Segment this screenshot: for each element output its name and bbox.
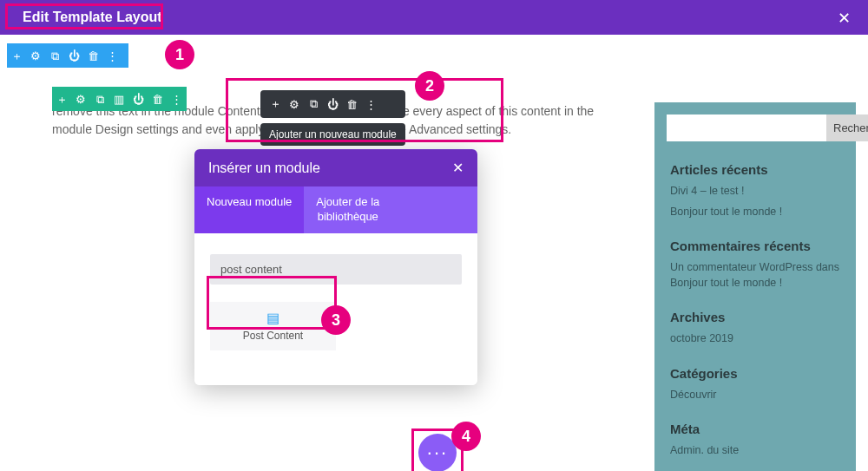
trash-icon[interactable]: 🗑 — [148, 87, 167, 111]
annotation-1-highlight — [5, 3, 163, 29]
sidebar-search: Rechercher — [654, 102, 856, 154]
power-icon[interactable]: ⏻ — [64, 43, 83, 68]
close-icon[interactable]: ✕ — [838, 9, 851, 28]
duplicate-icon[interactable]: ⧉ — [45, 43, 64, 68]
sidebar-link[interactable]: Un commentateur WordPress dans Bonjour t… — [670, 260, 840, 291]
tab-new-module[interactable]: Nouveau module — [194, 186, 304, 233]
sidebar-recent-comments: Commentaires récents Un commentateur Wor… — [654, 230, 856, 301]
search-input[interactable] — [667, 114, 826, 141]
sidebar-link[interactable]: octobre 2019 — [670, 331, 840, 347]
close-icon[interactable]: ✕ — [452, 160, 464, 176]
sidebar-meta: Méta Admin. du site — [654, 413, 856, 469]
stage: ＋ ⚙ ⧉ ⏻ 🗑 ⋮ ＋ ⚙ ⧉ ▥ ⏻ 🗑 ⋮ remove this te… — [0, 43, 868, 68]
sidebar-heading: Commentaires récents — [670, 239, 840, 253]
modal-title: Insérer un module — [208, 160, 320, 176]
dots-icon[interactable]: ⋮ — [167, 87, 186, 111]
plus-icon[interactable]: ＋ — [52, 87, 71, 111]
row-toolbar[interactable]: ＋ ⚙ ⧉ ▥ ⏻ 🗑 ⋮ — [52, 87, 187, 111]
module-tile-label: Post Content — [243, 330, 303, 342]
gear-icon[interactable]: ⚙ — [71, 87, 90, 111]
gear-icon[interactable]: ⚙ — [26, 43, 45, 68]
sidebar-heading: Articles récents — [670, 162, 840, 177]
tab-library[interactable]: Ajouter de la bibliothèque — [304, 186, 391, 233]
sidebar-archives: Archives octobre 2019 — [654, 301, 856, 357]
sidebar-link[interactable]: Divi 4 – le test ! — [670, 184, 840, 200]
sidebar-heading: Catégories — [670, 366, 840, 381]
sidebar-link[interactable]: Découvrir — [670, 388, 840, 403]
annotation-dot-1: 1 — [165, 40, 194, 69]
annotation-dot-4: 4 — [451, 422, 481, 451]
sidebar-heading: Méta — [670, 422, 840, 436]
modal-header: Insérer un module ✕ — [194, 149, 477, 186]
duplicate-icon[interactable]: ⧉ — [90, 87, 109, 111]
sidebar-link[interactable]: Admin. du site — [670, 443, 840, 459]
annotation-2-highlight — [226, 78, 503, 142]
columns-icon[interactable]: ▥ — [109, 87, 128, 111]
section-toolbar[interactable]: ＋ ⚙ ⧉ ⏻ 🗑 ⋮ — [7, 43, 128, 68]
power-icon[interactable]: ⏻ — [128, 87, 148, 111]
annotation-dot-2: 2 — [415, 71, 444, 101]
modal-tabs: Nouveau module Ajouter de la bibliothèqu… — [194, 186, 477, 233]
sidebar-categories: Catégories Découvrir — [654, 357, 856, 414]
sidebar: Rechercher Articles récents Divi 4 – le … — [654, 102, 856, 471]
sidebar-link[interactable]: Bonjour tout le monde ! — [670, 205, 840, 220]
insert-module-modal: Insérer un module ✕ Nouveau module Ajout… — [194, 149, 477, 385]
dots-icon[interactable]: ⋮ — [102, 43, 122, 68]
sidebar-recent-posts: Articles récents Divi 4 – le test ! Bonj… — [654, 154, 856, 230]
sidebar-heading: Archives — [670, 310, 840, 324]
plus-icon[interactable]: ＋ — [7, 43, 26, 68]
trash-icon[interactable]: 🗑 — [83, 43, 102, 68]
annotation-dot-3: 3 — [321, 305, 351, 335]
search-button[interactable]: Rechercher — [826, 114, 868, 141]
annotation-3-highlight — [207, 276, 337, 330]
